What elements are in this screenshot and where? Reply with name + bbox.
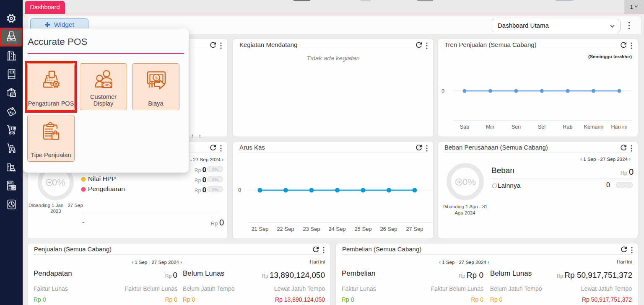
svg-text:Rp: Rp xyxy=(10,111,14,114)
svg-text:RP: RP xyxy=(106,84,109,86)
svg-text:TAX: TAX xyxy=(9,182,13,184)
svg-text:$: $ xyxy=(155,76,157,80)
